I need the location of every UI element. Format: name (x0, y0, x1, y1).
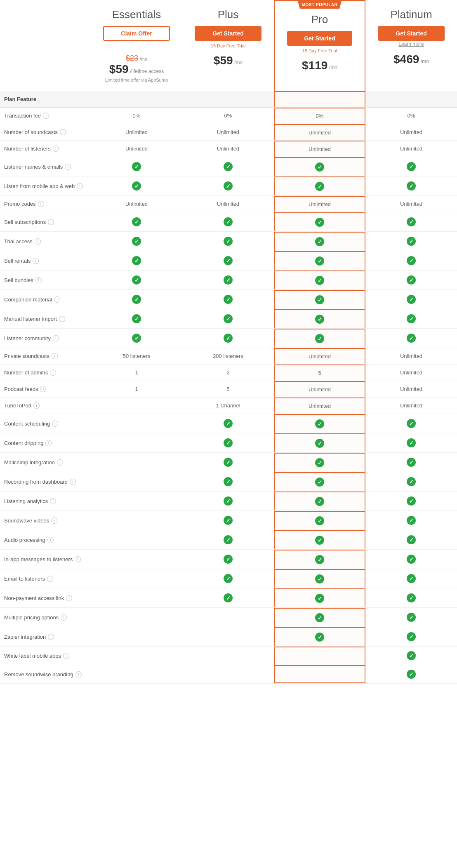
feature-value-cell: ✓ (365, 665, 457, 683)
info-icon[interactable]: i (47, 537, 54, 543)
feature-label: Audio processingi (0, 530, 91, 549)
info-icon[interactable]: i (54, 296, 60, 303)
info-icon[interactable]: i (35, 238, 41, 245)
check-icon: ✓ (407, 516, 416, 525)
check-icon: ✓ (315, 334, 324, 343)
check-icon: ✓ (224, 295, 233, 304)
check-icon: ✓ (315, 295, 324, 304)
feature-label: Transaction feei (0, 108, 91, 124)
check-icon: ✓ (132, 181, 141, 191)
feature-label-text: Transaction fee (4, 113, 41, 119)
info-icon[interactable]: i (75, 556, 81, 562)
feature-row: Listener names & emailsi✓✓✓✓ (0, 157, 457, 176)
feature-row: Sell rentalsi✓✓✓✓ (0, 251, 457, 271)
feature-label: Number of listenersi (0, 141, 91, 157)
plus-free-trial-link[interactable]: 15 Day Free Trial (186, 43, 270, 48)
feature-label: Trial accessi (0, 232, 91, 251)
info-icon[interactable]: i (47, 576, 53, 582)
check-icon: ✓ (224, 314, 233, 323)
feature-value-cell: ✓ (182, 453, 274, 472)
info-icon[interactable]: i (52, 353, 58, 359)
check-icon: ✓ (132, 237, 141, 246)
feature-value-text: 0% (316, 113, 324, 119)
check-icon: ✓ (315, 439, 324, 448)
info-icon[interactable]: i (45, 440, 52, 446)
plus-price-main: $59 (214, 54, 233, 67)
feature-value-cell: ✓ (274, 569, 365, 588)
feature-value-cell: Unlimited (274, 196, 365, 212)
feature-value-cell: ✓ (182, 329, 274, 348)
feature-label-text: Zapier integration (4, 634, 46, 640)
info-icon[interactable]: i (53, 335, 59, 341)
feature-value-cell (91, 433, 182, 452)
feature-value-cell: ✓ (182, 309, 274, 328)
info-icon[interactable]: i (52, 421, 58, 427)
feature-label: Email to listenersi (0, 569, 91, 588)
feature-value-cell (91, 472, 182, 491)
feature-label: Multiple pricing optionsi (0, 608, 91, 627)
feature-value-text: 5 (226, 386, 229, 392)
feature-value-text: 0% (133, 113, 141, 119)
info-icon[interactable]: i (50, 498, 56, 504)
feature-value-cell (91, 569, 182, 588)
info-icon[interactable]: i (51, 518, 57, 524)
pro-get-started-button[interactable]: Get Started (287, 31, 352, 46)
info-icon[interactable]: i (33, 402, 40, 409)
essentials-claim-button[interactable]: Claim Offer (103, 26, 170, 41)
info-icon[interactable]: i (59, 316, 65, 322)
feature-value-cell: ✓ (274, 433, 365, 452)
feature-value-cell: Unlimited (274, 398, 365, 414)
info-icon[interactable]: i (43, 113, 49, 119)
info-icon[interactable]: i (61, 614, 67, 621)
essentials-price-period: /lifetime access (130, 68, 164, 74)
info-icon[interactable]: i (48, 634, 54, 640)
feature-row: Mailchimp integrationi✓✓✓ (0, 453, 457, 472)
info-icon[interactable]: i (66, 595, 72, 601)
feature-label-text: Listening analytics (4, 498, 48, 504)
feature-row: Non-payment access linki✓✓✓ (0, 588, 457, 608)
feature-value-cell: 5 (274, 365, 365, 381)
feature-value-cell: ✓ (274, 550, 365, 569)
pro-price-period: /mo (329, 65, 337, 71)
platinum-get-started-button[interactable]: Get Started (378, 26, 445, 41)
essentials-plan-name: Essentials (95, 8, 178, 21)
feature-label: In-app messages to listenersi (0, 550, 91, 569)
info-icon[interactable]: i (35, 277, 42, 283)
plus-get-started-button[interactable]: Get Started (195, 26, 261, 41)
info-icon[interactable]: i (75, 671, 82, 677)
info-icon[interactable]: i (70, 479, 76, 485)
feature-label-text: Multiple pricing options (4, 614, 59, 621)
feature-value-cell: ✓ (182, 271, 274, 289)
platinum-learn-more-button[interactable]: Learn more (398, 41, 424, 47)
pro-free-trial-link[interactable]: 15 Day Free Trial (279, 48, 360, 53)
check-icon: ✓ (407, 555, 416, 564)
check-icon: ✓ (407, 419, 416, 428)
info-icon[interactable]: i (57, 459, 63, 466)
info-icon[interactable]: i (60, 129, 66, 135)
feature-value-text: Unlimited (400, 402, 422, 409)
info-icon[interactable]: i (53, 146, 59, 152)
info-icon[interactable]: i (40, 386, 46, 392)
info-icon[interactable]: i (65, 164, 71, 170)
section-header-plus (182, 91, 274, 107)
feature-label: TubeToPodi (0, 398, 91, 414)
feature-label-text: Manual listener import (4, 316, 57, 322)
info-icon[interactable]: i (63, 653, 69, 659)
feature-value-cell: ✓ (182, 550, 274, 569)
feature-row: Number of listenersiUnlimitedUnlimitedUn… (0, 141, 457, 157)
feature-value-text: Unlimited (400, 129, 422, 135)
info-icon[interactable]: i (77, 183, 83, 189)
info-icon[interactable]: i (38, 201, 44, 207)
feature-value-cell (91, 414, 182, 433)
feature-value-cell (91, 492, 182, 510)
check-icon: ✓ (132, 334, 141, 343)
feature-value-cell: Unlimited (182, 196, 274, 212)
info-icon[interactable]: i (33, 258, 39, 264)
check-icon: ✓ (407, 535, 416, 544)
feature-value-cell (274, 665, 365, 683)
info-icon[interactable]: i (48, 219, 54, 225)
feature-value-cell: ✓ (274, 157, 365, 176)
feature-value-cell: ✓ (91, 232, 182, 251)
info-icon[interactable]: i (50, 369, 56, 376)
feature-value-cell: ✓ (91, 329, 182, 348)
